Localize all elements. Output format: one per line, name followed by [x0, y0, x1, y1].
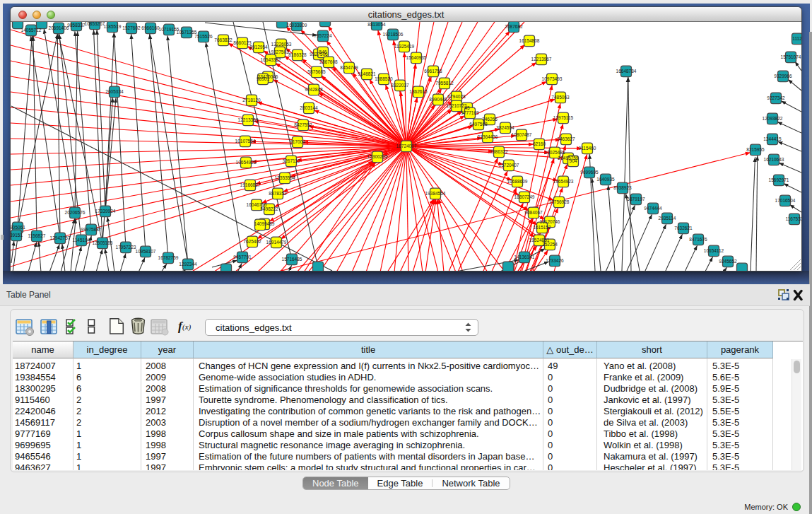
svg-text:9146821: 9146821 [358, 71, 376, 76]
svg-text:18807249: 18807249 [514, 194, 535, 199]
svg-text:9245652: 9245652 [719, 259, 737, 264]
svg-text:7632621: 7632621 [674, 226, 693, 230]
svg-text:2605334: 2605334 [105, 89, 124, 94]
svg-text:1167533: 1167533 [786, 216, 801, 221]
svg-text:1112: 1112 [792, 36, 801, 41]
svg-text:746266: 746266 [482, 117, 498, 122]
svg-text:10807487: 10807487 [512, 132, 532, 137]
svg-text:19654923: 19654923 [553, 179, 574, 184]
svg-text:15640935: 15640935 [406, 55, 427, 60]
svg-text:9242848: 9242848 [305, 87, 323, 92]
svg-text:9777169: 9777169 [461, 110, 479, 115]
svg-text:9699695: 9699695 [580, 170, 599, 175]
svg-text:1362615: 1362615 [409, 89, 428, 94]
svg-text:15716485: 15716485 [282, 257, 302, 262]
svg-text:8322037: 8322037 [391, 83, 409, 88]
svg-text:14099489: 14099489 [254, 221, 275, 226]
svg-text:9329966: 9329966 [774, 74, 792, 78]
svg-text:21364436: 21364436 [478, 134, 498, 139]
svg-text:15300205: 15300205 [367, 154, 388, 159]
svg-text:12353594: 12353594 [275, 175, 295, 180]
svg-text:3267110: 3267110 [283, 158, 300, 163]
svg-text:8912954: 8912954 [249, 45, 268, 49]
svg-text:16648784: 16648784 [616, 69, 637, 74]
svg-text:19218506: 19218506 [383, 32, 404, 37]
svg-text:1145194: 1145194 [73, 238, 90, 243]
svg-text:8990448: 8990448 [429, 97, 447, 102]
svg-text:(x): (x) [182, 322, 192, 332]
svg-text:16210643: 16210643 [764, 157, 784, 162]
svg-text:16914479: 16914479 [266, 240, 287, 245]
svg-text:13226053: 13226053 [271, 42, 292, 47]
svg-text:17957223: 17957223 [116, 245, 136, 250]
svg-text:17339924: 17339924 [95, 209, 116, 214]
svg-text:9327503: 9327503 [271, 49, 289, 54]
svg-text:8878352: 8878352 [269, 191, 287, 196]
svg-text:11325419: 11325419 [394, 44, 415, 49]
svg-text:2867608: 2867608 [319, 59, 338, 64]
svg-text:12093822: 12093822 [763, 116, 783, 121]
svg-text:2803144: 2803144 [300, 105, 318, 110]
svg-text:1588520: 1588520 [375, 76, 393, 81]
svg-text:20206576: 20206576 [65, 210, 86, 215]
svg-text:2935114: 2935114 [659, 216, 676, 221]
svg-text:10654925: 10654925 [236, 160, 257, 165]
svg-text:14055712: 14055712 [21, 28, 42, 33]
svg-text:16033809: 16033809 [287, 23, 307, 28]
svg-text:10654112: 10654112 [704, 248, 724, 253]
svg-text:7625402: 7625402 [243, 239, 261, 244]
svg-text:16782759: 16782759 [158, 255, 179, 260]
svg-text:904: 904 [570, 158, 577, 163]
svg-text:2718120: 2718120 [242, 98, 261, 103]
svg-text:14136141: 14136141 [514, 255, 535, 259]
svg-text:6497568: 6497568 [469, 122, 488, 127]
svg-text:15692971: 15692971 [769, 177, 789, 182]
svg-text:1615152: 1615152 [533, 225, 551, 230]
svg-text:252254: 252254 [542, 242, 558, 247]
svg-text:3824554: 3824554 [496, 125, 514, 130]
svg-text:8813054: 8813054 [367, 22, 386, 27]
svg-text:15720407: 15720407 [499, 163, 519, 168]
svg-text:8454749: 8454749 [340, 65, 358, 70]
svg-text:8215955: 8215955 [746, 147, 765, 152]
svg-text:9457791: 9457791 [233, 255, 252, 259]
svg-text:9084067: 9084067 [524, 210, 543, 215]
svg-text:1640935: 1640935 [596, 177, 615, 182]
svg-text:7485063: 7485063 [551, 95, 570, 100]
svg-text:10107554: 10107554 [235, 139, 256, 144]
svg-text:12213369: 12213369 [238, 117, 259, 122]
svg-text:16543382: 16543382 [261, 57, 281, 62]
svg-text:7663822: 7663822 [214, 37, 233, 42]
svg-text:16154808: 16154808 [519, 38, 540, 43]
svg-text:1244415: 1244415 [763, 136, 782, 141]
svg-text:12505185: 12505185 [93, 240, 113, 245]
svg-text:905061: 905061 [11, 225, 25, 230]
svg-text:6794028: 6794028 [447, 94, 466, 99]
svg-text:9474444: 9474444 [644, 206, 662, 211]
svg-text:7955812: 7955812 [435, 81, 454, 86]
svg-text:9227342: 9227342 [767, 95, 785, 100]
svg-text:62160: 62160 [533, 141, 546, 146]
svg-text:5875685: 5875685 [307, 69, 326, 74]
svg-text:19166827: 19166827 [240, 182, 261, 187]
svg-text:2087682: 2087682 [505, 24, 523, 29]
svg-text:7357224: 7357224 [314, 33, 332, 38]
svg-text:9463627: 9463627 [557, 136, 575, 141]
svg-text:17016504: 17016504 [775, 198, 796, 203]
svg-text:10958107: 10958107 [136, 249, 156, 254]
svg-text:8427552: 8427552 [294, 122, 312, 127]
svg-text:20691406: 20691406 [49, 25, 69, 30]
svg-text:917004: 917004 [290, 139, 305, 144]
svg-text:10973493: 10973493 [542, 76, 563, 81]
svg-text:45: 45 [464, 105, 470, 110]
svg-text:8471676: 8471676 [689, 237, 707, 242]
svg-text:12975115: 12975115 [553, 115, 574, 120]
svg-text:6879197: 6879197 [627, 197, 645, 201]
svg-text:6961758: 6961758 [424, 69, 442, 74]
svg-text:39151: 39151 [11, 233, 23, 238]
svg-text:9858337: 9858337 [67, 23, 86, 28]
svg-text:10025488: 10025488 [545, 150, 565, 155]
svg-text:18724007: 18724007 [396, 144, 417, 148]
svg-text:8186328: 8186328 [288, 52, 307, 57]
svg-text:16120746: 16120746 [540, 219, 560, 224]
